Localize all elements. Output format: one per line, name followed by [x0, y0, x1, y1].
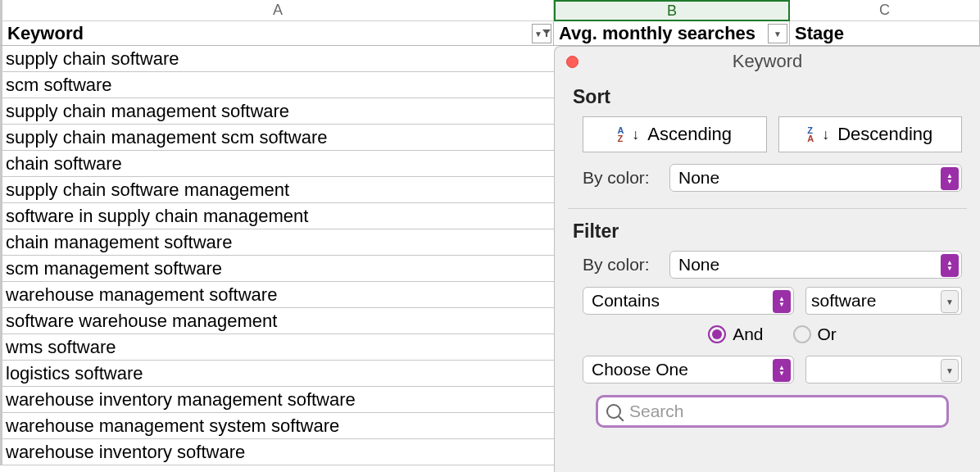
condition2-select[interactable]: Choose One ▲▼: [583, 356, 794, 384]
updown-icon: ▲▼: [773, 359, 791, 382]
filter-panel: Keyword Sort AZ ↓ Ascending ZA ↓ Descend…: [554, 46, 980, 472]
sort-by-color-value: None: [678, 168, 719, 188]
sort-section: Sort AZ ↓ Ascending ZA ↓ Descending By c…: [555, 76, 980, 203]
col-header-c[interactable]: C: [790, 0, 980, 21]
condition2-value: Choose One: [592, 360, 688, 379]
filter-by-color-select[interactable]: None ▲▼: [669, 251, 962, 279]
updown-icon: ▲▼: [941, 167, 959, 190]
sort-by-color-select[interactable]: None ▲▼: [669, 164, 962, 192]
chevron-down-icon: ▼: [534, 30, 542, 39]
cell: supply chain management scm software: [6, 127, 328, 148]
filter-heading: Filter: [573, 220, 962, 243]
col-header-b[interactable]: B: [554, 0, 790, 21]
and-radio[interactable]: And: [708, 324, 763, 344]
cell: warehouse inventory software: [6, 442, 245, 463]
cell: scm software: [6, 75, 112, 96]
updown-icon: ▲▼: [773, 290, 791, 313]
filter-by-color-label: By color:: [583, 255, 658, 275]
cell: warehouse management software: [6, 284, 277, 306]
col-header-a[interactable]: A: [0, 0, 554, 21]
divider: [568, 208, 967, 209]
cell: wms software: [6, 337, 116, 358]
panel-title: Keyword: [555, 51, 980, 72]
sort-ascending-button[interactable]: AZ ↓ Ascending: [583, 116, 767, 152]
cell: supply chain management software: [6, 101, 289, 122]
chevron-down-icon: ▼: [774, 30, 782, 39]
down-arrow-icon: ↓: [632, 126, 639, 143]
chevron-down-icon: ▼: [941, 359, 959, 382]
search-placeholder: Search: [629, 402, 684, 421]
filter-section: Filter By color: None ▲▼ Contains ▲▼ sof…: [555, 211, 980, 431]
logic-radio-group: And Or: [573, 324, 962, 344]
search-input[interactable]: Search: [596, 395, 949, 428]
radio-on-icon: [708, 325, 726, 343]
cell: warehouse management system software: [6, 415, 339, 437]
panel-header: Keyword: [555, 47, 980, 76]
cell: chain management software: [6, 232, 232, 253]
updown-icon: ▲▼: [941, 254, 959, 277]
cell: chain software: [6, 153, 122, 175]
funnel-icon: [542, 30, 549, 38]
value1-text: software: [811, 291, 876, 311]
za-descending-icon: ZA: [807, 126, 814, 143]
column-letter-row: A B C: [0, 0, 980, 21]
header-avg-searches[interactable]: Avg. monthly searches ▼: [554, 21, 790, 45]
sort-heading: Sort: [573, 86, 962, 108]
filter-dropdown-a[interactable]: ▼: [532, 24, 551, 43]
chevron-down-icon: ▼: [941, 290, 959, 313]
radio-off-icon: [793, 325, 811, 343]
az-ascending-icon: AZ: [617, 126, 624, 143]
condition1-value: Contains: [592, 291, 660, 311]
header-stage[interactable]: Stage: [790, 21, 980, 45]
cell: software in supply chain management: [6, 206, 308, 227]
header-avg-searches-label: Avg. monthly searches: [559, 23, 755, 44]
sort-ascending-label: Ascending: [647, 124, 732, 145]
sort-descending-label: Descending: [837, 124, 932, 145]
down-arrow-icon: ↓: [822, 126, 829, 143]
filter-dropdown-b[interactable]: ▼: [768, 24, 787, 43]
condition1-select[interactable]: Contains ▲▼: [583, 287, 794, 315]
cell: logistics software: [6, 363, 143, 384]
value1-input[interactable]: software ▼: [805, 287, 962, 315]
value2-input[interactable]: ▼: [805, 356, 962, 384]
header-keyword[interactable]: Keyword ▼: [0, 21, 554, 45]
sort-descending-button[interactable]: ZA ↓ Descending: [778, 116, 963, 152]
search-icon: [606, 404, 621, 419]
sort-by-color-label: By color:: [583, 168, 658, 188]
cell: supply chain software: [6, 48, 179, 70]
or-label: Or: [818, 324, 837, 344]
header-keyword-label: Keyword: [7, 23, 84, 44]
filter-by-color-value: None: [678, 255, 719, 275]
and-label: And: [733, 324, 763, 344]
cell: warehouse inventory management software: [6, 389, 356, 411]
cell: software warehouse management: [6, 311, 277, 332]
cell: scm management software: [6, 258, 222, 279]
field-header-row: Keyword ▼ Avg. monthly searches ▼ Stage: [0, 21, 980, 46]
cell: supply chain software management: [6, 179, 289, 201]
header-stage-label: Stage: [795, 23, 844, 44]
or-radio[interactable]: Or: [793, 324, 837, 344]
